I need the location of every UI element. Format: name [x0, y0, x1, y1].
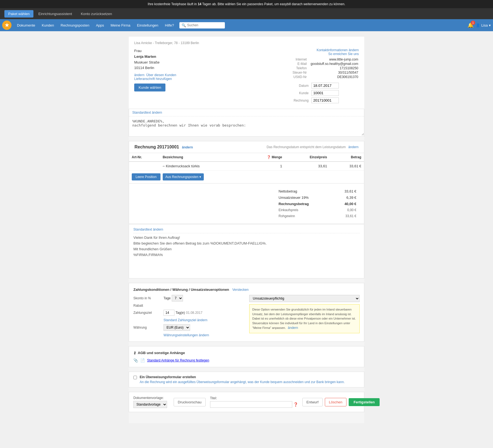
edit-item-icon[interactable]: ✏: [163, 165, 165, 168]
internet-value: www.little-jump.com: [311, 58, 358, 61]
notification-bell[interactable]: 🔔 1: [468, 22, 474, 28]
breadcrumb: Lisa Arnicke - Trelleborger, 78 - 13189 …: [134, 41, 359, 45]
bottom-bar: Dokumentenvorlage: Standardvorlage Druck…: [129, 392, 364, 412]
customer-right: Kontaktinformationen ändern So erreichen…: [292, 48, 359, 104]
transfer-checkbox[interactable]: [133, 376, 137, 379]
title-input[interactable]: [210, 401, 292, 408]
email-label: E-Mail: [293, 62, 310, 66]
line-items-table: Art-Nr. Bezeichnung ❓ Menge Einzelpreis …: [129, 153, 364, 171]
col-bezeichnung: Bezeichnung: [160, 153, 244, 162]
footer-standardtext-link[interactable]: Standardtext ändern: [133, 228, 360, 233]
nav-einstellungen[interactable]: Einstellungen: [134, 19, 162, 31]
dropdown-arrow-icon: ▾: [199, 175, 201, 179]
zahlungsziel-date: 01.08.2017: [186, 311, 202, 315]
internet-label: Internet: [293, 58, 310, 61]
einrichtungsassistent-btn[interactable]: Einrichtungsassistent: [35, 10, 76, 18]
user-icon: 👤: [476, 23, 480, 27]
item-betrag: 33,61 €: [330, 162, 364, 171]
standard-zahlungsziel-link[interactable]: Standard Zahlungsziel ändern: [164, 318, 207, 322]
footer-line-4: %FIRMA.FIRMA%: [133, 253, 360, 257]
item-menge: 1: [244, 162, 285, 171]
phone-label: Telefon: [293, 66, 310, 70]
tax-info-box: Diese Option verwenden Sie grundsätzlich…: [249, 304, 360, 333]
nav-hilfe[interactable]: Hilfe?: [162, 19, 177, 31]
yellow-change-link[interactable]: ändern: [288, 326, 298, 330]
invoice-num-input[interactable]: [311, 97, 339, 103]
yellow-text: Diese Option verwenden Sie grundsätzlich…: [252, 308, 356, 329]
transfer-label: Ein Überweisungsformular erstellen: [140, 375, 345, 379]
add-empty-position-btn[interactable]: Leere Position: [132, 173, 160, 180]
phone-value: 171S108250: [311, 66, 358, 70]
konto-zurucksetzen-btn[interactable]: Konto zurücksetzen: [77, 10, 116, 18]
invoice-date-change[interactable]: ändern: [348, 145, 359, 149]
totals-table: Nettobetrag 33,61 € Umsatzsteuer 19% 6,3…: [276, 188, 359, 219]
contact-table: Internet www.little-jump.com E-Mail good…: [292, 57, 359, 79]
transfer-text-block: Ein Überweisungsformular erstellen An di…: [140, 375, 345, 384]
print-preview-btn[interactable]: Druckvorschau: [174, 398, 206, 406]
totals-section: Nettobetrag 33,61 € Umsatzsteuer 19% 6,3…: [129, 183, 364, 224]
col-einzelpreis: Einzelpreis: [285, 153, 330, 162]
email-value: goodstuff.so.healthy@gmail.com: [311, 62, 358, 66]
tage-select[interactable]: 7: [172, 295, 183, 301]
add-from-rechnungsposten-btn[interactable]: Aus Rechnungsposten ▾: [163, 173, 204, 180]
intro-text-area[interactable]: %KUNDE.ANREDE%, nachfolgend berechnen wi…: [129, 116, 364, 136]
doc-template-select[interactable]: Standardvorlage: [133, 401, 167, 408]
paket-wahlen-btn[interactable]: Paket wählen: [4, 10, 33, 18]
tage-label: Tage: [164, 296, 171, 300]
transfer-description: An die Rechnung wird ein ausgefülltes Üb…: [140, 380, 345, 384]
top-banner: Ihre kostenfreie Testphase läuft in 14 T…: [0, 0, 493, 8]
customer-salutation: Frau: [134, 48, 176, 54]
einkaufspreis-value: 0,00 €: [333, 207, 358, 213]
payment-hide-link[interactable]: Verstecken: [232, 288, 248, 292]
reach-us-link[interactable]: So erreichen Sie uns: [328, 52, 359, 56]
customer-left: Frau Lenja Marten Muskuer Straße 10114 B…: [134, 48, 176, 104]
date-input[interactable]: [311, 83, 339, 88]
zahlungsziel-unit: Tag(e): [176, 311, 185, 315]
zahlungsziel-input[interactable]: [164, 310, 174, 316]
tax-option-select[interactable]: Umsatzsteuerpflichtig: [249, 295, 360, 302]
chevron-down-icon: ▾: [489, 23, 491, 27]
nav-meine-firma[interactable]: Meine Firma: [107, 19, 134, 31]
payment-left: Skonto in % Tage 7 Rabatt Zahlungsziel T…: [133, 295, 244, 337]
change-customer-link[interactable]: ändern Über diesen Kunden: [134, 73, 176, 77]
about-label: Über diesen Kunden: [146, 73, 176, 77]
add-shipping-link[interactable]: Lieferanschrift hinzufügen: [134, 77, 176, 81]
footer-line-3: Mit freundlichen Grüßen: [133, 247, 360, 251]
invoice-title-text: Rechnung 201710001: [134, 145, 179, 149]
item-bezeichnung-text: Kinderrucksack türkis: [166, 164, 200, 168]
logo-icon[interactable]: ★: [2, 21, 12, 30]
customer-num-input[interactable]: [311, 90, 339, 96]
rechnungsbetrag-value: 40,00 €: [333, 201, 358, 207]
agb-icon: ⚷: [133, 351, 136, 355]
item-art-nr: [129, 162, 160, 171]
title-label: Titel:: [210, 396, 298, 400]
customer-street: Muskuer Straße: [134, 60, 176, 65]
draft-btn[interactable]: Entwurf: [302, 398, 323, 406]
invoice-num-label: Rechnung: [293, 97, 310, 104]
col-art-nr: Art-Nr.: [129, 153, 160, 162]
contact-info-link[interactable]: Kontaktinformationen ändern: [317, 48, 359, 52]
waehrung-settings-link[interactable]: Währungseinstellungen ändern: [164, 333, 209, 337]
intro-standardtext-link[interactable]: Standardtext ändern: [129, 109, 364, 116]
agb-title: ⚷ AGB und sonstige Anhänge: [133, 351, 360, 355]
nav-apps[interactable]: Apps: [93, 19, 107, 31]
user-name: Lisa: [481, 23, 488, 27]
nav-dokumente[interactable]: Dokumente: [14, 19, 38, 31]
user-menu[interactable]: 👤 Lisa ▾: [476, 23, 491, 27]
finalize-btn[interactable]: Fertigstellen: [349, 398, 380, 406]
doc-template-section: Dokumentenvorlage: Standardvorlage: [133, 396, 167, 408]
customer-city: 10114 Berlin: [134, 65, 176, 71]
intro-text-section: Standardtext ändern %KUNDE.ANREDE%, nach…: [129, 109, 364, 137]
banner-text: Ihre kostenfreie Testphase läuft in 14 T…: [148, 2, 345, 6]
agb-attach-link[interactable]: Standard Anhänge für Rechnung festlegen: [147, 358, 209, 362]
question-icon[interactable]: ❓: [293, 402, 298, 407]
search-input[interactable]: [187, 23, 223, 27]
invoice-title-edit[interactable]: ändern: [182, 145, 193, 149]
nav-kunden[interactable]: Kunden: [38, 19, 57, 31]
waehrung-select[interactable]: EUR (Euro): [164, 324, 190, 331]
footer-text-section: Standardtext ändern Vielen Dank für Ihre…: [129, 224, 364, 278]
nav-rechnungsposten[interactable]: Rechnungsposten: [57, 19, 93, 31]
choose-customer-btn[interactable]: Kunde wählen: [134, 84, 165, 91]
page-container: Lisa Arnicke - Trelleborger, 78 - 13189 …: [129, 37, 364, 423]
delete-btn[interactable]: Löschen: [325, 398, 346, 406]
